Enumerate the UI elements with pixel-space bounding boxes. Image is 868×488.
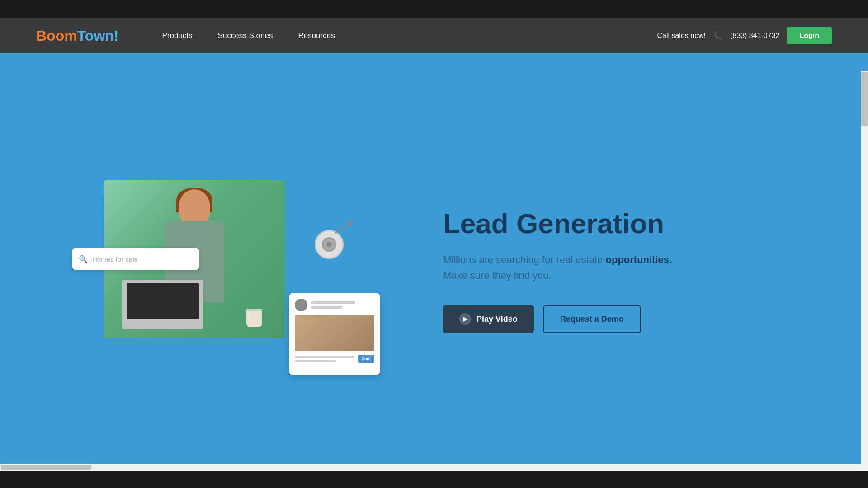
bottom-black-bar [0,471,868,488]
social-text-lines [295,356,354,362]
social-avatar [295,299,307,311]
coffee-cup [246,309,262,327]
nav-link-resources[interactable]: Resources [285,31,347,40]
phone-number: (833) 841-0732 [730,32,779,40]
hero-left-visual: 🔍 Homes for sale [72,158,389,384]
scrollbar-thumb[interactable] [861,72,868,126]
target-icon [315,230,344,259]
hero-right-content: Lead Generation Millions are searching f… [389,208,796,333]
hero-description: Millions are searching for real estate o… [443,252,796,283]
nav-link-products[interactable]: Products [149,31,205,40]
social-card-image [295,315,374,351]
social-line-2 [311,306,343,309]
social-cont-button[interactable]: Cont [358,355,375,363]
logo-boom: Boom [36,28,77,44]
logo[interactable]: BoomTown! [36,28,118,44]
hero-title: Lead Generation [443,208,796,239]
social-bottom-line-1 [295,356,354,358]
top-black-bar [0,0,868,18]
hero-desc-part1: Millions are searching for real estate [443,254,606,265]
search-bar-overlay: 🔍 Homes for sale [72,248,199,270]
phone-icon: 📞 [713,31,723,41]
navbar: BoomTown! Products Success Stories Resou… [0,18,868,53]
social-line-1 [311,301,355,304]
social-card-bottom: Cont [295,355,374,363]
play-icon: ▶ [459,313,471,325]
logo-town: Town! [77,28,119,44]
social-bottom-line-2 [295,360,336,362]
social-card-header [295,299,374,311]
navbar-left: BoomTown! Products Success Stories Resou… [36,28,348,44]
target-center [326,242,332,247]
request-demo-button[interactable]: Request a Demo [543,305,641,333]
person-head [179,189,210,225]
target-icon-container [315,230,344,259]
target-inner [322,237,336,252]
social-lines [311,301,374,309]
nav-link-success-stories[interactable]: Success Stories [205,31,286,40]
scrollbar[interactable] [861,71,868,488]
target-arrow [334,218,355,236]
search-icon: 🔍 [79,255,88,263]
laptop-shape [122,280,203,329]
play-video-button[interactable]: ▶ Play Video [443,305,534,333]
bottom-scrollbar[interactable] [0,464,861,471]
play-video-label: Play Video [476,314,518,324]
hero-desc-part2: Make sure they find you. [443,270,552,281]
hero-section: 🔍 Homes for sale [0,53,868,488]
call-sales-label: Call sales now! [657,32,706,40]
social-card-overlay: Cont [289,293,380,375]
navbar-right: Call sales now! 📞 (833) 841-0732 Login [657,27,832,44]
laptop-screen [127,283,199,319]
hero-buttons: ▶ Play Video Request a Demo [443,305,796,333]
search-placeholder: Homes for sale [92,255,138,263]
hero-desc-bold: opportunities. [606,254,672,265]
bottom-scrollbar-thumb[interactable] [1,465,91,470]
login-button[interactable]: Login [787,27,832,44]
nav-links: Products Success Stories Resources [149,31,347,40]
